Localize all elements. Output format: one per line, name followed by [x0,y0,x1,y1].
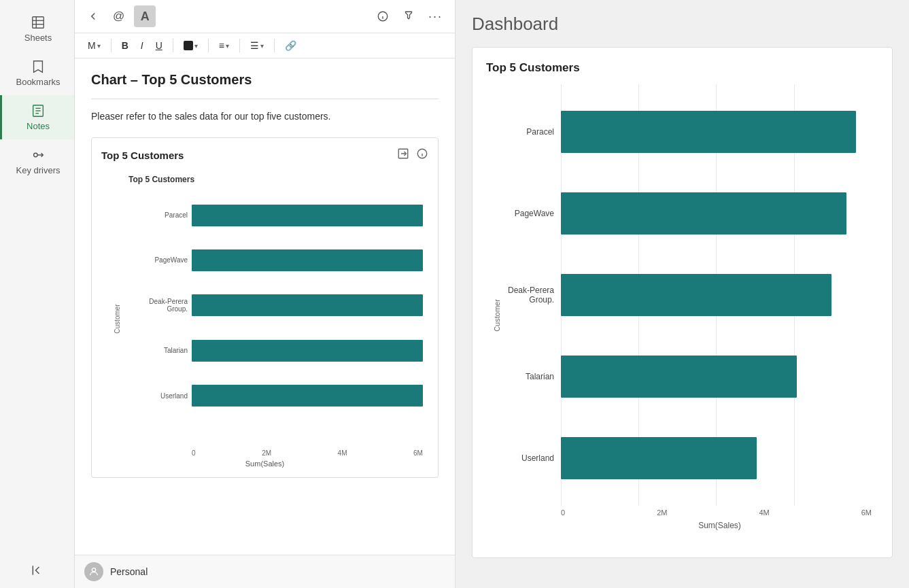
dashboard-title: Dashboard [472,14,893,35]
bold-label: B [122,40,128,51]
back-icon [87,10,99,22]
mini-bar-label: PageWave [134,256,192,264]
format-align-button[interactable]: ≡ ▾ [214,37,234,54]
pin-icon [402,10,415,22]
fmt-divider-1 [111,39,112,52]
avatar [84,562,103,581]
big-bar-track [561,111,856,153]
format-M-caret: ▾ [97,42,101,50]
fmt-divider-4 [239,39,240,52]
align-icon: ≡ [219,40,224,51]
mini-chart-area: Customer ParacelPageWaveDeak-Perera Grou… [101,190,428,448]
editor-toolbar-top: @ A ··· [75,0,455,33]
chart-info-icon[interactable] [416,148,428,162]
sidebar-item-sheets[interactable]: Sheets [0,7,74,51]
format-link-button[interactable]: 🔗 [280,37,301,54]
format-italic-button[interactable]: I [136,37,148,54]
collapse-button[interactable] [27,561,48,580]
chart-card: Top 5 Customers Top 5 Customers [91,137,439,478]
big-bar-track [561,437,757,479]
svg-rect-0 [33,17,44,29]
mini-bar-track [192,340,423,362]
mini-bar-track [192,249,423,271]
mini-chart-bars: ParacelPageWaveDeak-Perera Group.Talaria… [134,190,423,421]
underline-label: U [156,40,162,51]
mini-chart: Top 5 Customers Customer ParacelPageWave… [101,169,428,468]
mini-bar-track [192,385,423,407]
big-chart-x-axis: 02M4M6M [561,508,872,517]
mini-bar-row: PageWave [134,244,423,277]
big-bar-track [561,356,797,398]
big-bar-track [561,192,846,235]
info-button[interactable] [373,7,393,25]
big-bar-row: Talarian [561,346,872,407]
format-M-button[interactable]: M ▾ [83,37,105,54]
mini-bar-track [192,294,423,316]
svg-point-17 [92,568,95,572]
mini-bar-label: Paracel [134,211,192,219]
dashboard-card-title: Top 5 Customers [486,61,878,75]
big-x-tick-label: 0 [561,508,565,517]
format-M-label: M [88,40,96,51]
note-divider [91,99,439,99]
x-tick-label: 0 [192,449,196,457]
chart-card-header: Top 5 Customers [101,148,428,162]
mini-chart-x-title: Sum(Sales) [101,460,428,468]
big-bar-row: Deak-Perera Group. [561,264,872,326]
at-button[interactable]: @ [109,7,128,26]
more-icon: ··· [428,10,443,24]
mini-chart-x-axis: 02M4M6M [192,449,423,457]
mini-bar-label: Talarian [134,347,192,354]
key-drivers-icon [31,148,46,162]
chart-card-icons [397,148,428,162]
back-button[interactable] [83,7,103,25]
sidebar-item-notes[interactable]: Notes [0,95,74,139]
list-icon: ☰ [250,40,259,51]
list-caret: ▾ [260,42,264,50]
editor-footer: Personal [75,555,455,588]
fmt-divider-2 [173,39,173,52]
big-chart: Customer ParacelPageWaveDeak-Perera Grou… [486,84,878,547]
format-underline-button[interactable]: U [151,37,167,54]
format-list-button[interactable]: ☰ ▾ [245,37,269,54]
mini-bar-row: Paracel [134,199,423,232]
big-bar-track [561,274,831,316]
at-icon: @ [113,10,124,23]
note-body: Pleaser refer to the sales data for our … [91,109,439,124]
sidebar-item-bookmarks[interactable]: Bookmarks [0,51,74,95]
footer-label: Personal [110,566,148,577]
mini-bar-label: Userland [134,392,192,400]
fmt-divider-5 [274,39,275,52]
big-x-tick-label: 4M [759,508,769,517]
big-bar-label: Paracel [486,127,561,137]
editor-panel: @ A ··· M ▾ B I U [75,0,456,588]
mini-bar-track [192,205,423,226]
mini-bar-row: Deak-Perera Group. [134,289,423,322]
big-x-tick-label: 2M [657,508,667,517]
sidebar: Sheets Bookmarks Notes Key drivers [0,0,75,588]
big-bar-label: Userland [486,453,561,463]
sidebar-label-sheets: Sheets [24,33,52,43]
mini-bar-row: Userland [134,379,423,412]
format-color-button[interactable]: ▾ [179,38,203,53]
format-bold-button[interactable]: B [117,37,133,54]
link-icon: 🔗 [285,40,296,51]
color-swatch [184,41,193,50]
mini-bar-row: Talarian [134,334,423,367]
big-x-tick-label: 6M [861,508,872,517]
align-caret: ▾ [226,42,229,50]
big-bar-row: Userland [561,428,872,489]
sidebar-item-key-drivers[interactable]: Key drivers [0,139,74,184]
italic-label: I [141,40,143,51]
pin-button[interactable] [398,7,419,25]
mini-bar-label: Deak-Perera Group. [134,298,192,313]
notes-icon [31,103,46,118]
editor-content[interactable]: Chart – Top 5 Customers Pleaser refer to… [75,58,455,555]
svg-point-8 [34,153,38,157]
big-bar-row: Paracel [561,101,872,162]
color-caret: ▾ [194,42,198,50]
big-bar-label: Deak-Perera Group. [486,286,561,305]
A-button[interactable]: A [134,5,156,27]
more-button[interactable]: ··· [424,7,447,27]
export-icon[interactable] [397,148,409,162]
